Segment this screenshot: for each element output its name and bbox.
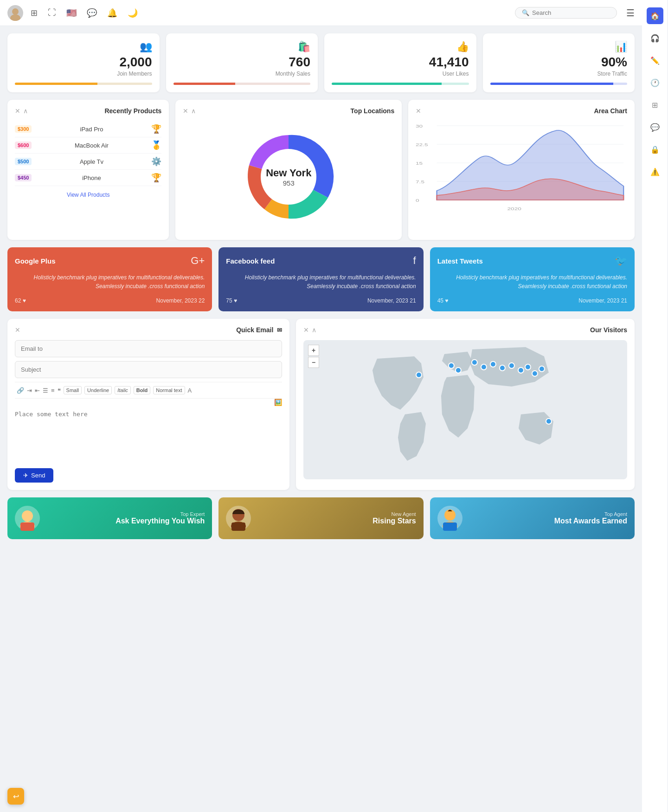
svg-point-24	[539, 366, 545, 372]
subject-field[interactable]	[15, 361, 282, 378]
header: ⊞ ⛶ 🇺🇸 💬 🔔 🌙 🔍 ☰	[0, 0, 642, 26]
sidebar-item-support[interactable]: 🎧	[647, 30, 663, 46]
donut-value: 953	[266, 179, 311, 187]
moon-icon[interactable]: 🌙	[125, 6, 141, 20]
top-agent-role: Top Agent	[469, 511, 627, 517]
facebook-icon: f	[413, 255, 416, 267]
new-agent-avatar	[226, 506, 251, 531]
sidebar-item-lock[interactable]: 🔒	[647, 141, 663, 158]
google-likes: 62 ♥	[15, 297, 26, 304]
list-icon[interactable]: ☰	[43, 387, 48, 394]
sidebar-item-home[interactable]: 🏠	[647, 7, 663, 24]
twitter-footer: 45 ♥ November, 2023 21	[437, 297, 627, 304]
list2-icon[interactable]: ≡	[51, 387, 55, 394]
top-agent-info: Top Agent Most Awards Earned	[469, 511, 627, 525]
expand-icon-products[interactable]: ∧	[23, 107, 28, 115]
traffic-number: 90%	[601, 55, 627, 70]
close-icon-email[interactable]: ✕	[15, 326, 20, 334]
expand-icon-locations[interactable]: ∧	[191, 107, 196, 115]
font-size-icon[interactable]: A	[188, 387, 192, 394]
stat-card-likes: 👍 41,410 User Likes	[324, 33, 476, 92]
list-item: $450 iPhone 🏆	[15, 170, 161, 186]
zoom-in-button[interactable]: +	[308, 345, 319, 356]
expand-icon-visitors[interactable]: ∧	[312, 326, 316, 334]
middle-row: ✕ ∧ Recently Products $300 iPad Pro 🏆 $6…	[7, 100, 635, 240]
sidebar-item-apps[interactable]: ⊞	[647, 97, 663, 113]
italic-btn[interactable]: Italic	[115, 386, 131, 394]
sidebar-item-inbox[interactable]: 💬	[647, 119, 663, 135]
likes-label: User Likes	[443, 71, 469, 77]
hamburger-icon[interactable]: ☰	[626, 7, 635, 19]
product-price: $450	[15, 174, 32, 181]
list-item: $300 iPad Pro 🏆	[15, 121, 161, 137]
svg-text:7.5: 7.5	[416, 180, 424, 184]
stat-card-members: 👥 2,000 Join Members	[7, 33, 160, 92]
email-body[interactable]	[15, 406, 282, 462]
product-icon: 🏆	[151, 124, 161, 134]
send-button[interactable]: ✈ Send	[15, 468, 53, 483]
twitter-icon: 🐦	[615, 255, 627, 267]
card-controls-locations: ✕ ∧	[183, 107, 196, 115]
email-to-field[interactable]	[15, 340, 282, 357]
sidebar-item-edit[interactable]: ✏️	[647, 52, 663, 69]
zoom-out-button[interactable]: −	[308, 357, 319, 368]
svg-text:22.5: 22.5	[416, 142, 428, 147]
sales-icon: 🛍️	[298, 41, 310, 53]
image-icon[interactable]: 🖼️	[274, 399, 282, 406]
chat-icon[interactable]: 💬	[84, 6, 100, 20]
sidebar-item-alerts[interactable]: ⚠️	[647, 163, 663, 180]
search-bar[interactable]: 🔍	[515, 7, 617, 19]
indent-icon[interactable]: ⇥	[27, 387, 32, 394]
search-input[interactable]	[532, 9, 606, 16]
google-header: Google Plus G+	[15, 255, 205, 267]
avatar[interactable]	[7, 5, 23, 21]
svg-point-19	[500, 365, 505, 371]
google-date: November, 2023 22	[156, 297, 205, 304]
product-name: iPad Pro	[32, 126, 151, 133]
agent-row: Top Expert Ask Everything You Wish New A…	[7, 497, 635, 539]
likes-bar	[332, 83, 469, 85]
top-agent-avatar	[437, 506, 462, 531]
google-body: Holisticly benchmark plug imperatives fo…	[15, 273, 205, 291]
facebook-footer: 75 ♥ November, 2023 21	[226, 297, 416, 304]
outdent-icon[interactable]: ⇤	[35, 387, 40, 394]
recently-products-title: Recently Products	[104, 107, 161, 115]
small-btn[interactable]: Small	[64, 386, 82, 394]
back-button[interactable]: ↩	[7, 788, 24, 805]
view-all-products[interactable]: View All Products	[15, 192, 161, 198]
close-icon-visitors[interactable]: ✕	[303, 326, 309, 334]
grid-icon[interactable]: ⊞	[28, 6, 40, 20]
product-price: $600	[15, 142, 32, 149]
flag-icon[interactable]: 🇺🇸	[64, 6, 79, 20]
close-icon-area[interactable]: ✕	[416, 107, 421, 115]
email-body-container: 🖼️	[15, 399, 282, 464]
list-item: $500 Apple Tv ⚙️	[15, 154, 161, 170]
recently-products-header: ✕ ∧ Recently Products	[15, 107, 161, 115]
area-chart-title: Area Chart	[594, 107, 627, 115]
bell-icon[interactable]: 🔔	[104, 6, 120, 20]
quick-email-card: ✕ Quick Email ✉ 🔗 ⇥ ⇤ ☰ ≡ ❝ Small	[7, 319, 289, 490]
underline-btn[interactable]: Underline	[84, 386, 112, 394]
top-locations-title: Top Locations	[351, 107, 395, 115]
link-icon[interactable]: 🔗	[17, 387, 24, 394]
svg-point-25	[416, 372, 422, 378]
sales-label: Monthly Sales	[276, 71, 310, 77]
bold-btn[interactable]: Bold	[134, 386, 150, 394]
close-icon-products[interactable]: ✕	[15, 107, 20, 115]
svg-point-17	[481, 364, 487, 370]
new-agent-avatar-svg	[226, 506, 251, 531]
svg-point-16	[472, 360, 477, 365]
product-price: $300	[15, 125, 32, 133]
sidebar-item-history[interactable]: 🕐	[647, 74, 663, 91]
sales-bar	[173, 83, 311, 85]
quote-icon[interactable]: ❝	[58, 387, 61, 394]
stat-row: 👥 2,000 Join Members 🛍️ 760 Monthly Sale…	[7, 33, 635, 92]
social-card-twitter: Latest Tweets 🐦 Holisticly benchmark plu…	[430, 247, 635, 311]
svg-point-20	[509, 363, 514, 368]
normal-text-btn[interactable]: Normal text	[153, 386, 185, 394]
card-controls-products: ✕ ∧	[15, 107, 28, 115]
expand-icon[interactable]: ⛶	[45, 6, 59, 19]
close-icon-locations[interactable]: ✕	[183, 107, 188, 115]
visitors-title: Our Visitors	[590, 326, 627, 334]
svg-text:2020: 2020	[507, 206, 521, 211]
